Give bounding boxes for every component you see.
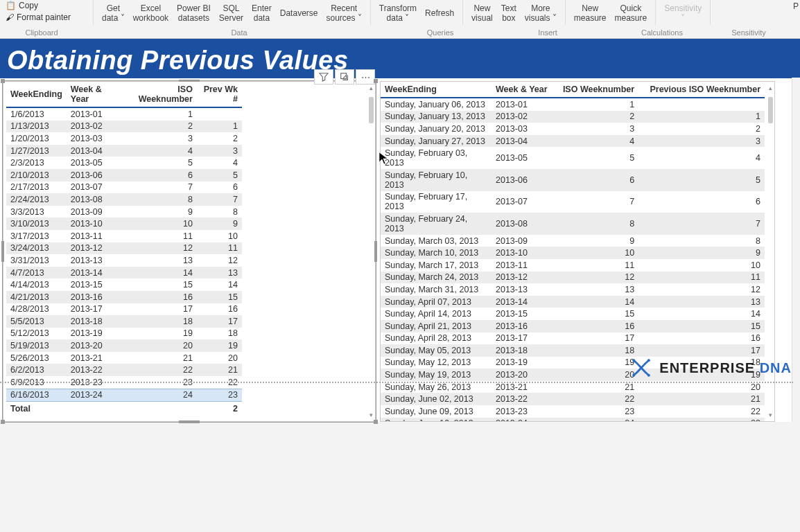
table-row[interactable]: Sunday, March 17, 20132013-111110 [381,259,765,272]
table-row[interactable]: 3/17/20132013-111110 [6,230,242,242]
ribbon-button[interactable]: Recentsources ˅ [322,0,365,26]
svg-point-4 [647,374,650,377]
ribbon-button[interactable]: Excelworkbook [129,0,173,26]
ribbon-button[interactable]: Sensitivity˅ [660,0,706,26]
col-header[interactable]: ISO Weeknumber [554,82,638,98]
svg-point-1 [633,359,636,362]
table-row[interactable]: 1/20/20132013-0332 [6,132,242,145]
scroll-up-icon[interactable]: ▴ [769,85,772,91]
table-row[interactable]: 4/28/20132013-171716 [6,303,242,316]
table-row[interactable]: Sunday, January 20, 20132013-0332 [381,123,765,135]
scroll-down-icon[interactable]: ▾ [369,411,373,418]
ribbon-button[interactable]: Power BIdatasets [173,0,215,26]
svg-point-2 [647,359,650,362]
ribbon-button[interactable]: Morevisuals ˅ [521,0,561,26]
table-row[interactable]: Sunday, March 03, 20132013-0998 [381,235,765,247]
table-row[interactable]: 1/27/20132013-0443 [6,145,242,157]
table-row[interactable]: 1/6/20132013-011 [6,107,242,121]
col-header[interactable]: Previous ISO Weeknumber [638,82,765,98]
table-row[interactable]: Sunday, April 07, 20132013-141413 [381,296,765,308]
table-row[interactable]: 3/10/20132013-10109 [6,218,242,230]
enterprise-dna-logo: ENTERPRISE DNA [629,355,792,380]
table-row[interactable]: 3/24/20132013-121211 [6,242,242,255]
table-row[interactable]: Sunday, March 31, 20132013-131312 [381,283,765,296]
col-header[interactable]: WeekEnding [381,82,492,98]
col-header[interactable]: Week & Year [492,82,554,98]
ribbon-button[interactable]: Enterdata [247,0,276,26]
format-painter-button[interactable]: 🖌 Format painter [6,12,71,24]
table-row[interactable]: 4/14/20132013-151514 [6,278,242,291]
scroll-up-icon[interactable]: ▴ [369,85,373,91]
group-insert: Insert [485,27,610,38]
table-row[interactable]: Sunday, June 09, 20132013-232322 [381,405,765,418]
table-row[interactable]: Sunday, June 02, 20132013-222221 [381,393,765,405]
table-row[interactable]: 5/12/20132013-191918 [6,328,242,340]
table-row[interactable]: 4/7/20132013-141413 [6,267,242,279]
page-title: Obtaining Previous Values [0,39,800,78]
table-row[interactable]: Sunday, April 14, 20132013-151514 [381,308,765,320]
table-row[interactable]: 2/17/20132013-0776 [6,181,242,194]
ribbon-button[interactable]: SQLServer [215,0,247,26]
group-data: Data [83,27,395,38]
group-sensitivity: Sensitivity [714,27,783,38]
ribbon-button[interactable]: Newmeasure [570,0,611,26]
total-cell: Total [6,402,67,416]
table-row[interactable]: 3/31/20132013-131312 [6,254,242,267]
table-1[interactable]: WeekEndingWeek & YearISO WeeknumberPrev … [6,82,242,416]
page-boundary [0,382,793,383]
total-cell: 2 [197,402,242,416]
col-header[interactable]: ISO Weeknumber [121,82,197,107]
total-cell [121,402,197,416]
table-row[interactable]: 4/21/20132013-161615 [6,291,242,303]
table-row[interactable]: 2/10/20132013-0665 [6,169,242,181]
ribbon: 📋 Copy 🖌 Format painter Getdata ˅Excelwo… [0,0,800,39]
table-row[interactable]: 2/3/20132013-0554 [6,157,242,169]
col-header[interactable]: Week & Year [67,82,121,107]
scroll-thumb[interactable] [768,97,773,123]
cursor-icon [379,152,390,166]
table-row[interactable]: 2/24/20132013-0887 [6,193,242,206]
table-row[interactable]: Sunday, February 10, 20132013-0665 [381,169,765,191]
table-row[interactable]: 6/16/20132013-242423 [6,389,242,402]
svg-point-3 [633,374,636,377]
dna-icon [629,355,654,380]
table-row[interactable]: Sunday, February 17, 20132013-0776 [381,191,765,213]
table-row[interactable]: Sunday, January 06, 20132013-011 [381,98,765,111]
ribbon-button[interactable]: Transformdata ˅ [375,0,421,26]
table-row[interactable]: 3/3/20132013-0998 [6,206,242,218]
clipboard-group: 📋 Copy 🖌 Format painter [6,0,89,24]
table-row[interactable]: 5/26/20132013-212120 [6,352,242,364]
copy-button[interactable]: 📋 Copy [6,0,38,12]
ribbon-button[interactable]: Newvisual [467,0,497,26]
table-row[interactable]: Sunday, March 24, 20132013-121211 [381,272,765,284]
table-row[interactable]: Sunday, June 16, 20132013-242423 [381,418,765,421]
table-row[interactable]: Sunday, April 21, 20132013-161615 [381,320,765,332]
group-clipboard: Clipboard [0,27,83,38]
ribbon-button[interactable]: Dataverse [276,0,322,26]
scrollbar[interactable]: ▴ ▾ [367,85,374,418]
panes-collapsed[interactable] [792,78,800,422]
table-row[interactable]: 5/19/20132013-202019 [6,339,242,352]
col-header[interactable]: WeekEnding [6,82,67,107]
ribbon-button[interactable]: Quickmeasure [611,0,652,26]
table-row[interactable]: Sunday, March 10, 20132013-10109 [381,247,765,259]
table-row[interactable]: 5/5/20132013-181817 [6,315,242,328]
table-row[interactable]: 6/2/20132013-222221 [6,364,242,376]
scroll-down-icon[interactable]: ▾ [769,411,772,418]
table-row[interactable]: Sunday, January 13, 20132013-0221 [381,111,765,123]
table-row[interactable]: 1/13/20132013-0221 [6,121,242,133]
right-p: P [793,1,799,11]
group-queries: Queries [395,27,485,38]
report-canvas: Obtaining Previous Values ⋯ WeekEndingWe… [0,39,800,422]
scroll-thumb[interactable] [369,97,374,123]
ribbon-button[interactable]: Refresh [421,0,458,26]
table-row[interactable]: Sunday, February 03, 20132013-0554 [381,147,765,169]
svg-point-5 [640,366,643,369]
col-header[interactable]: Prev Wk # [197,82,242,107]
table-row[interactable]: Sunday, January 27, 20132013-0443 [381,135,765,148]
ribbon-button[interactable]: Textbox [497,0,521,26]
ribbon-button[interactable]: Getdata ˅ [98,0,129,26]
table-row[interactable]: Sunday, April 28, 20132013-171716 [381,332,765,345]
table-row[interactable]: Sunday, February 24, 20132013-0887 [381,213,765,235]
table-visual-1[interactable]: ⋯ WeekEndingWeek & YearISO WeeknumberPre… [3,81,376,422]
